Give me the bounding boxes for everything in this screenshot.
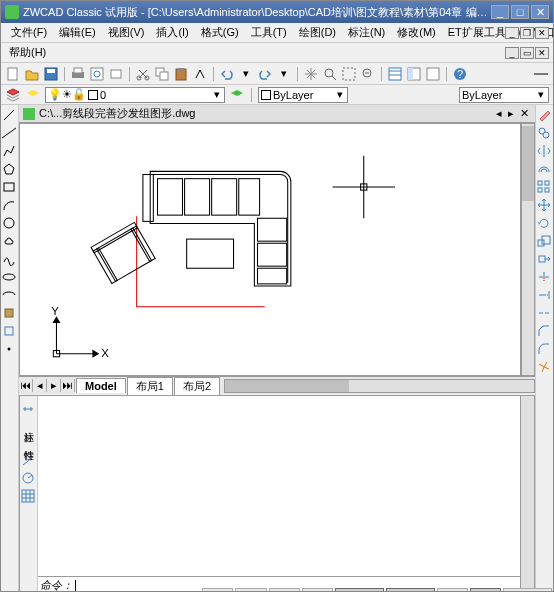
drawing-canvas[interactable]: X Y: [19, 123, 521, 376]
status-1[interactable]: 栅格: [235, 588, 266, 593]
mdi-close-2[interactable]: ✕: [535, 47, 549, 59]
circle-icon[interactable]: [1, 215, 17, 231]
tool-palette-icon[interactable]: [425, 66, 441, 82]
preview-icon[interactable]: [89, 66, 105, 82]
status-3[interactable]: 极轴: [302, 588, 333, 593]
cut-icon[interactable]: [135, 66, 151, 82]
erase-icon[interactable]: [536, 107, 552, 123]
maximize-button[interactable]: □: [511, 5, 529, 19]
command-history[interactable]: [38, 396, 520, 576]
layout-tab-1[interactable]: 布局1: [127, 377, 173, 395]
color-dropdown[interactable]: ByLayer ▾: [258, 87, 348, 103]
status-2[interactable]: 正交: [269, 588, 300, 593]
minimize-button[interactable]: _: [491, 5, 509, 19]
copy-obj-icon[interactable]: [536, 125, 552, 141]
publish-icon[interactable]: [108, 66, 124, 82]
horizontal-scrollbar[interactable]: [224, 379, 535, 393]
ellipse-arc-icon[interactable]: [1, 287, 17, 303]
tab-prev-icon[interactable]: ◂: [494, 107, 504, 120]
undo-dd-icon[interactable]: ▾: [238, 66, 254, 82]
arc-icon[interactable]: [1, 197, 17, 213]
menu-insert[interactable]: 插入(I): [150, 23, 194, 42]
trim-icon[interactable]: [536, 269, 552, 285]
ellipse-icon[interactable]: [1, 269, 17, 285]
print-icon[interactable]: [70, 66, 86, 82]
tab-close-icon[interactable]: ✕: [518, 107, 531, 120]
document-tab-title[interactable]: C:\...剪线段完善沙发组图形.dwg: [39, 106, 195, 121]
make-block-icon[interactable]: [1, 323, 17, 339]
layer-states-icon[interactable]: [25, 87, 41, 103]
save-icon[interactable]: [43, 66, 59, 82]
layout-first-icon[interactable]: ⏮: [19, 379, 33, 392]
tab-next-icon[interactable]: ▸: [506, 107, 516, 120]
status-7[interactable]: 模型: [470, 588, 501, 593]
mdi-restore-2[interactable]: ▭: [520, 47, 534, 59]
design-center-icon[interactable]: [406, 66, 422, 82]
spline-icon[interactable]: [1, 251, 17, 267]
mirror-icon[interactable]: [536, 143, 552, 159]
rectangle-icon[interactable]: [1, 179, 17, 195]
match-icon[interactable]: [192, 66, 208, 82]
array-icon[interactable]: [536, 179, 552, 195]
menu-tools[interactable]: 工具(T): [245, 23, 293, 42]
move-icon[interactable]: [536, 197, 552, 213]
zoom-win-icon[interactable]: [341, 66, 357, 82]
new-icon[interactable]: [5, 66, 21, 82]
layout-tab-model[interactable]: Model: [76, 378, 126, 393]
vertical-scrollbar[interactable]: [521, 123, 535, 376]
mdi-restore[interactable]: ❐: [520, 27, 534, 39]
status-0[interactable]: 捕捉: [202, 588, 233, 593]
layout-next-icon[interactable]: ▸: [47, 379, 61, 392]
layer-prev-icon[interactable]: [229, 87, 245, 103]
copy-icon[interactable]: [154, 66, 170, 82]
insert-block-icon[interactable]: [1, 305, 17, 321]
mdi-minimize-2[interactable]: _: [505, 47, 519, 59]
menu-draw[interactable]: 绘图(D): [293, 23, 342, 42]
rotate-icon[interactable]: [536, 215, 552, 231]
properties-icon[interactable]: [387, 66, 403, 82]
zoom-rt-icon[interactable]: [322, 66, 338, 82]
mdi-close[interactable]: ✕: [535, 27, 549, 39]
pan-icon[interactable]: [303, 66, 319, 82]
menu-dimension[interactable]: 标注(N): [342, 23, 391, 42]
break-icon[interactable]: [536, 305, 552, 321]
line-icon[interactable]: [1, 107, 17, 123]
explode-icon[interactable]: [536, 359, 552, 375]
undo-icon[interactable]: [219, 66, 235, 82]
polyline-icon[interactable]: [1, 143, 17, 159]
point-icon[interactable]: [1, 341, 17, 357]
offset-icon[interactable]: [536, 161, 552, 177]
status-8[interactable]: 数字化仪: [503, 588, 552, 593]
menu-view[interactable]: 视图(V): [102, 23, 151, 42]
menu-file[interactable]: 文件(F): [5, 23, 53, 42]
layout-last-icon[interactable]: ⏭: [61, 379, 75, 392]
mdi-minimize[interactable]: _: [505, 27, 519, 39]
menu-modify[interactable]: 修改(M): [391, 23, 442, 42]
dim-aligned-icon[interactable]: [20, 452, 36, 468]
menu-help[interactable]: 帮助(H): [3, 43, 52, 62]
layout-prev-icon[interactable]: ◂: [33, 379, 47, 392]
linetype-dropdown[interactable]: ByLayer ▾: [459, 87, 549, 103]
layer-dropdown[interactable]: 💡 ☀ 🔓 0 ▾: [45, 87, 225, 103]
layout-tab-2[interactable]: 布局2: [174, 377, 220, 395]
menu-format[interactable]: 格式(G): [195, 23, 245, 42]
cmd-scrollbar[interactable]: [520, 396, 534, 592]
menu-edit[interactable]: 编辑(E): [53, 23, 102, 42]
xline-icon[interactable]: [1, 125, 17, 141]
extend-icon[interactable]: [536, 287, 552, 303]
zoom-prev-icon[interactable]: [360, 66, 376, 82]
help-icon[interactable]: ?: [452, 66, 468, 82]
polygon-icon[interactable]: [1, 161, 17, 177]
stretch-icon[interactable]: [536, 251, 552, 267]
open-icon[interactable]: [24, 66, 40, 82]
status-5[interactable]: 对象追踪: [386, 588, 435, 593]
layer-manager-icon[interactable]: [5, 87, 21, 103]
redo-dd-icon[interactable]: ▾: [276, 66, 292, 82]
fillet-icon[interactable]: [536, 341, 552, 357]
status-4[interactable]: 对象捕捉: [335, 588, 384, 593]
redo-icon[interactable]: [257, 66, 273, 82]
line-style-icon[interactable]: [533, 66, 549, 82]
scale-icon[interactable]: [536, 233, 552, 249]
close-button[interactable]: ✕: [531, 5, 549, 19]
status-6[interactable]: 线宽: [437, 588, 468, 593]
